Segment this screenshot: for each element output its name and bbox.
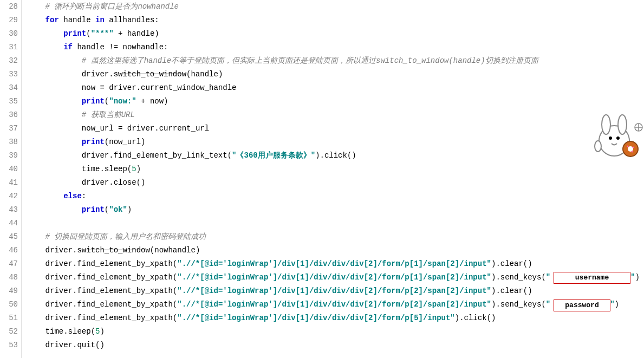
token-ident: driver.current_window_handle: [109, 83, 236, 92]
line-number: 38: [0, 135, 18, 149]
code-line[interactable]: # 循环判断当前窗口是否为nowhandle: [27, 0, 644, 14]
code-line[interactable]: [27, 217, 644, 230]
code-line[interactable]: for handle in allhandles:: [27, 14, 644, 27]
token-str: ".//*[@id='loginWrap']/div[1]/div/div/di…: [177, 287, 491, 295]
token-kw: if: [63, 43, 73, 51]
code-line[interactable]: print(now_url): [27, 135, 644, 149]
token-str: "***": [91, 29, 114, 38]
line-number: 32: [0, 54, 18, 68]
line-number: 43: [0, 203, 18, 217]
token-paren: ): [154, 29, 159, 38]
token-op: +: [141, 97, 145, 106]
token-str: ": [546, 273, 550, 282]
svg-point-3: [609, 136, 612, 140]
svg-point-4: [616, 136, 620, 140]
token-kw: print: [82, 205, 105, 214]
line-number: 51: [0, 311, 18, 325]
token-paren: ): [455, 314, 459, 322]
token-kw: for: [45, 16, 59, 24]
token-comment: # 虽然这里筛选了handle不等于登陆页面，但实际上当前页面还是登陆页面，所以…: [82, 56, 538, 65]
code-line[interactable]: now = driver.current_window_handle: [27, 81, 644, 95]
code-line[interactable]: driver.find_element_by_xpath(".//*[@id='…: [27, 284, 644, 298]
token-paren: (: [173, 273, 177, 282]
code-line[interactable]: driver.find_element_by_xpath(".//*[@id='…: [27, 311, 644, 325]
line-number: 30: [0, 27, 18, 41]
token-paren: (: [86, 29, 90, 38]
token-paren: (: [150, 246, 154, 255]
line-number: 47: [0, 257, 18, 271]
code-line[interactable]: # 获取当前URL: [27, 108, 644, 122]
token-paren: (): [487, 314, 496, 322]
code-line[interactable]: print("ok"): [27, 203, 644, 217]
code-line[interactable]: driver.find_element_by_xpath(".//*[@id='…: [27, 257, 644, 271]
token-paren: (: [105, 97, 109, 106]
code-line[interactable]: time.sleep(5): [27, 162, 644, 176]
token-paren: (: [127, 165, 132, 173]
token-ident: :: [82, 192, 86, 200]
token-paren: (: [227, 151, 232, 160]
token-ident: now_url: [109, 138, 141, 146]
mascot-image: [584, 108, 644, 168]
line-number: 52: [0, 325, 18, 339]
token-paren: (): [523, 287, 532, 295]
token-str: "now:": [109, 97, 136, 106]
code-line[interactable]: print("***" + handle): [27, 27, 644, 41]
token-ident: .click: [459, 314, 486, 322]
line-number: 35: [0, 95, 18, 108]
token-ident: driver.find_element_by_link_text: [82, 151, 227, 160]
token-ident: time.sleep: [82, 165, 127, 173]
code-line[interactable]: driver.close(): [27, 176, 644, 190]
token-ident: driver.find_element_by_xpath: [45, 287, 173, 295]
line-number: 28: [0, 0, 18, 14]
token-paren: ): [127, 205, 132, 214]
token-ident: nowhandle:: [122, 43, 168, 51]
code-line[interactable]: # 切换回登陆页面，输入用户名和密码登陆成功: [27, 230, 644, 244]
line-number: 39: [0, 149, 18, 162]
line-number: 42: [0, 190, 18, 203]
token-paren: (): [95, 341, 105, 349]
token-ident: now: [150, 97, 164, 106]
line-number: 48: [0, 271, 18, 284]
code-line[interactable]: time.sleep(5): [27, 325, 644, 339]
line-number: 49: [0, 284, 18, 298]
code-line[interactable]: # 虽然这里筛选了handle不等于登陆页面，但实际上当前页面还是登陆页面，所以…: [27, 54, 644, 68]
line-number: 31: [0, 41, 18, 54]
line-number: 40: [0, 162, 18, 176]
token-ident: nowhandle: [154, 246, 196, 255]
token-kw: in: [95, 16, 105, 24]
line-number: 41: [0, 176, 18, 190]
token-paren: (: [91, 327, 95, 336]
token-ident: .clear: [496, 287, 523, 295]
token-ident: driver.find_element_by_xpath: [45, 259, 173, 268]
code-line[interactable]: print("now:" + now): [27, 95, 644, 108]
token-str: ": [546, 300, 550, 309]
code-line[interactable]: if handle != nowhandle:: [27, 41, 644, 54]
code-line[interactable]: driver.find_element_by_xpath(".//*[@id='…: [27, 298, 644, 311]
token-ident: driver.: [45, 246, 77, 255]
code-line[interactable]: driver.switch_to_window(handle): [27, 68, 644, 81]
token-paren: ): [100, 327, 104, 336]
code-line[interactable]: driver.switch_to_window(nowhandle): [27, 244, 644, 257]
token-paren: (: [541, 300, 545, 309]
token-strike: switch_to_window: [77, 246, 149, 255]
code-line[interactable]: now_url = driver.current_url: [27, 122, 644, 135]
token-str: ": [610, 300, 614, 309]
svg-point-10: [595, 141, 601, 152]
svg-point-7: [627, 146, 629, 147]
code-area[interactable]: # 循环判断当前窗口是否为nowhandle for handle in all…: [22, 0, 644, 358]
code-line[interactable]: else:: [27, 190, 644, 203]
code-line[interactable]: driver.find_element_by_xpath(".//*[@id='…: [27, 271, 644, 284]
token-kw: print: [82, 97, 105, 106]
token-paren: ): [635, 273, 640, 282]
token-str: ": [630, 273, 635, 282]
token-ident: driver.quit: [45, 341, 95, 349]
token-comment: # 切换回登陆页面，输入用户名和密码登陆成功: [45, 232, 206, 241]
token-paren: ): [141, 138, 145, 146]
token-paren: (: [173, 259, 177, 268]
code-line[interactable]: driver.quit(): [27, 339, 644, 352]
token-ident: driver.current_url: [127, 124, 209, 133]
token-kw: print: [63, 29, 86, 38]
code-editor[interactable]: 2829303132333435363738394041424344454647…: [0, 0, 644, 358]
code-line[interactable]: driver.find_element_by_link_text("《360用户…: [27, 149, 644, 162]
svg-point-8: [633, 147, 634, 148]
